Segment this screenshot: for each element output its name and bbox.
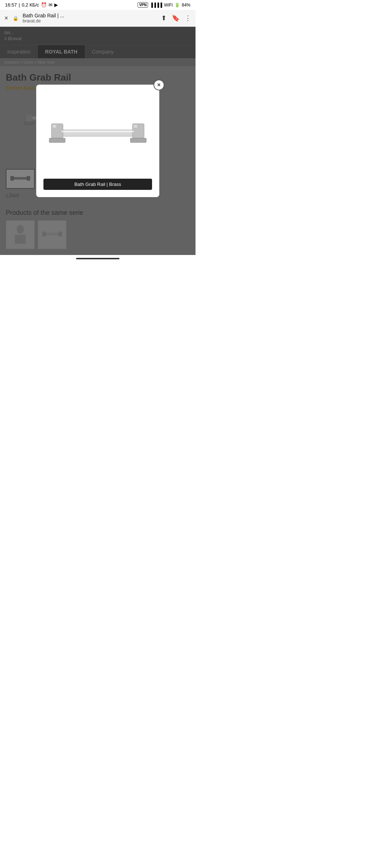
- wifi-icon: WiFi: [164, 3, 173, 8]
- youtube-icon: ▶: [54, 2, 58, 8]
- home-bar: [76, 258, 119, 259]
- status-left: 16:57 | 0,2 КБ/с ⏰ ✉ ▶: [5, 2, 58, 8]
- svg-rect-24: [134, 125, 137, 128]
- message-icon: ✉: [49, 2, 52, 8]
- status-bar: 16:57 | 0,2 КБ/с ⏰ ✉ ▶ VPN ▐▐▐▐ WiFi 🔋 8…: [0, 0, 196, 10]
- vpn-badge: VPN: [138, 2, 148, 8]
- network-speed: 0,2 КБ/с: [22, 2, 39, 8]
- more-options-button[interactable]: ⋮: [185, 14, 191, 22]
- svg-rect-21: [130, 138, 146, 142]
- battery-icon: 🔋: [175, 3, 180, 8]
- lightbox-product-svg: [43, 99, 152, 168]
- svg-rect-22: [62, 131, 134, 132]
- lightbox-overlay: ×: [0, 27, 196, 255]
- svg-rect-23: [52, 125, 56, 128]
- browser-bar: × 🔒 Bath Grab Rail | ... bravat.de ⬆ 🔖 ⋮: [0, 10, 196, 27]
- signal-bars-icon: ▐▐▐▐: [150, 3, 162, 8]
- lightbox: ×: [36, 85, 159, 197]
- url-domain: bravat.de: [23, 18, 157, 24]
- share-button[interactable]: ⬆: [161, 14, 167, 22]
- page-overlay-wrapper: lax... s Bravat Inspiration ROYAL BATH C…: [0, 27, 196, 255]
- close-tab-button[interactable]: ×: [4, 14, 8, 22]
- browser-actions: ⬆ 🔖 ⋮: [161, 14, 191, 22]
- network-info: |: [19, 2, 20, 8]
- lock-icon: 🔒: [13, 16, 18, 21]
- url-area[interactable]: Bath Grab Rail | ... bravat.de: [23, 13, 157, 24]
- battery-level: 84%: [182, 3, 190, 8]
- lightbox-caption: Bath Grab Rail | Brass: [43, 179, 152, 190]
- svg-rect-20: [49, 138, 65, 142]
- bookmark-button[interactable]: 🔖: [172, 14, 180, 22]
- lightbox-close-button[interactable]: ×: [154, 80, 164, 90]
- lightbox-image-area: [43, 92, 152, 175]
- status-right: VPN ▐▐▐▐ WiFi 🔋 84%: [138, 2, 190, 8]
- home-indicator: [0, 255, 196, 261]
- time: 16:57: [5, 2, 17, 8]
- alarm-icon: ⏰: [41, 2, 47, 8]
- page-title: Bath Grab Rail | ...: [23, 13, 157, 18]
